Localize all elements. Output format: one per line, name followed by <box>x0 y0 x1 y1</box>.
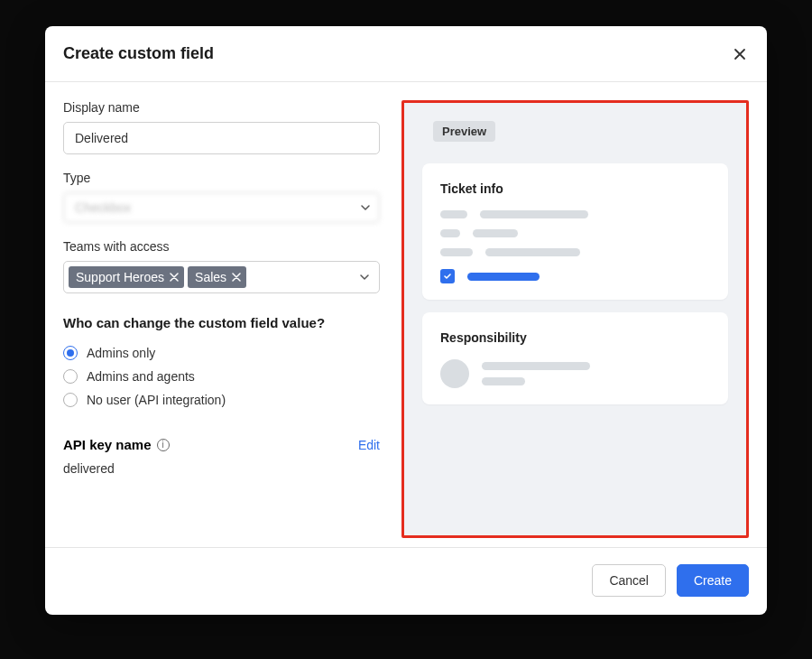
edit-api-key-link[interactable]: Edit <box>358 438 380 452</box>
chevron-down-icon <box>360 202 371 213</box>
placeholder-row <box>440 248 710 256</box>
placeholder-highlighted <box>467 273 540 281</box>
create-button[interactable]: Create <box>677 564 749 597</box>
placeholder-row <box>440 229 710 237</box>
permission-question: Who can change the custom field value? <box>63 315 380 330</box>
radio-no-user[interactable]: No user (API integration) <box>63 388 380 412</box>
placeholder-row <box>440 210 710 218</box>
close-icon <box>170 273 179 282</box>
placeholder <box>485 248 580 256</box>
radio-label: Admins and agents <box>87 369 195 384</box>
api-key-label: API key name <box>63 437 152 452</box>
create-custom-field-modal: Create custom field Display name Type Ch… <box>45 26 767 615</box>
radio-icon <box>63 369 78 384</box>
modal-footer: Cancel Create <box>45 547 767 615</box>
teams-multiselect[interactable]: Support Heroes Sales <box>63 261 380 293</box>
ticket-info-card: Ticket info <box>422 163 728 300</box>
placeholder <box>440 248 473 256</box>
api-key-row: API key name i Edit <box>63 437 380 452</box>
modal-body: Display name Type Checkbox Teams with ac… <box>45 82 767 538</box>
team-tag: Sales <box>188 266 246 288</box>
preview-badge: Preview <box>433 121 495 142</box>
checkbox-checked-icon <box>440 269 455 283</box>
teams-label: Teams with access <box>63 239 380 254</box>
radio-icon <box>63 393 78 407</box>
avatar-placeholder <box>440 359 469 388</box>
remove-tag-button[interactable] <box>232 273 241 282</box>
card-title: Responsibility <box>440 330 710 345</box>
radio-icon <box>63 346 78 360</box>
display-name-label: Display name <box>63 100 380 115</box>
modal-title: Create custom field <box>63 44 214 63</box>
form-column: Display name Type Checkbox Teams with ac… <box>63 100 401 538</box>
remove-tag-button[interactable] <box>170 273 179 282</box>
api-key-label-wrap: API key name i <box>63 437 170 452</box>
close-icon <box>232 273 241 282</box>
display-name-group: Display name <box>63 100 380 154</box>
preview-panel: Preview Ticket info <box>401 100 749 538</box>
teams-group: Teams with access Support Heroes Sales <box>63 239 380 293</box>
radio-admins-only[interactable]: Admins only <box>63 341 380 365</box>
placeholder <box>440 210 467 218</box>
radio-label: Admins only <box>87 346 155 360</box>
modal-header: Create custom field <box>45 26 767 82</box>
placeholder <box>482 362 590 370</box>
responsibility-card: Responsibility <box>422 312 728 404</box>
checkbox-row <box>440 269 710 283</box>
type-group: Type Checkbox <box>63 171 380 223</box>
placeholder-stack <box>482 362 590 385</box>
placeholder <box>482 377 525 385</box>
type-label: Type <box>63 171 380 185</box>
team-tag: Support Heroes <box>69 266 184 288</box>
close-icon <box>733 47 747 61</box>
preview-column: Preview Ticket info <box>401 100 749 538</box>
type-value: Checkbox <box>63 192 380 223</box>
team-tag-label: Support Heroes <box>76 270 164 284</box>
type-select[interactable]: Checkbox <box>63 192 380 223</box>
api-key-value: delivered <box>63 461 380 476</box>
close-button[interactable] <box>731 45 749 63</box>
chevron-down-icon <box>359 272 370 283</box>
radio-label: No user (API integration) <box>87 393 226 407</box>
cancel-button[interactable]: Cancel <box>592 564 666 597</box>
display-name-input[interactable] <box>63 122 380 154</box>
card-title: Ticket info <box>440 181 710 196</box>
placeholder <box>440 229 460 237</box>
placeholder-row <box>440 359 710 388</box>
permission-group: Who can change the custom field value? A… <box>63 315 380 412</box>
placeholder <box>480 210 588 218</box>
placeholder <box>473 229 518 237</box>
info-icon[interactable]: i <box>157 439 170 451</box>
radio-admins-and-agents[interactable]: Admins and agents <box>63 365 380 388</box>
team-tag-label: Sales <box>195 270 226 284</box>
